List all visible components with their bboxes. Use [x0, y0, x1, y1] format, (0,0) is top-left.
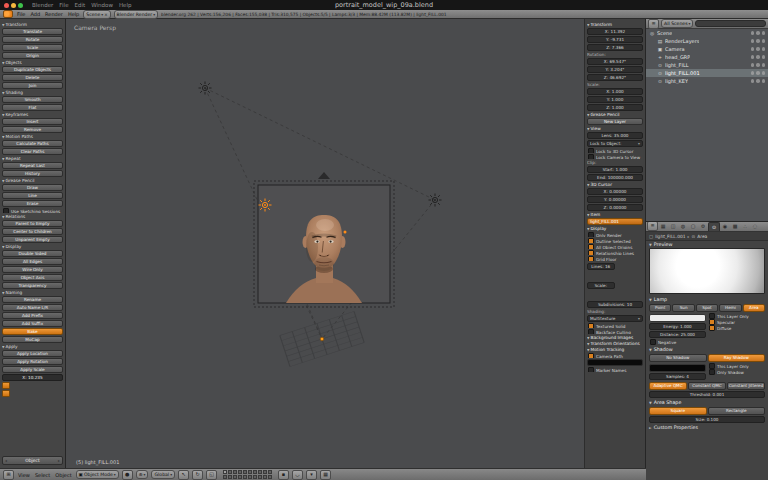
area-shape-button[interactable]: Square	[649, 407, 707, 415]
tool-shelf-item[interactable]: Scale	[2, 44, 63, 51]
tool-shelf-item[interactable]: Add Suffix	[2, 320, 63, 327]
tool-shelf-item[interactable]: Smooth	[2, 96, 63, 103]
arrow-left-icon[interactable]: ◂	[5, 458, 7, 463]
properties-tab[interactable]: ◫	[668, 222, 678, 230]
arrow-right-icon[interactable]: ▸	[58, 458, 60, 463]
tool-shelf-item[interactable]: Repeat Last	[2, 162, 63, 169]
visibility-eye-toggle[interactable]	[751, 63, 755, 67]
tool-shelf-item[interactable]: Apply	[2, 344, 63, 349]
tool-shelf-item[interactable]: Display	[2, 244, 63, 249]
visibility-eye-toggle[interactable]	[751, 79, 755, 83]
properties-tab[interactable]: ▦	[658, 222, 668, 230]
n-panel-item[interactable]: 3D Cursor	[587, 182, 643, 187]
info-menu-item[interactable]: Render	[44, 11, 64, 17]
shadow-threshold-field[interactable]: Threshold: 0.001	[649, 391, 765, 398]
tool-shelf-item[interactable]: Add Prefix	[2, 312, 63, 319]
lamp-type-button[interactable]: Sun	[672, 304, 694, 312]
n-panel-item[interactable]: Z: 46.692°	[587, 74, 643, 81]
outliner-editor-type-icon[interactable]: ≡	[648, 19, 659, 29]
tool-shelf-item[interactable]: All Edges	[2, 258, 63, 265]
layer-cell[interactable]	[263, 470, 267, 474]
outliner-row[interactable]: ◎ Scene	[646, 29, 768, 37]
lamp-energy-field[interactable]: Energy: 1.000	[649, 323, 706, 330]
n-panel-item[interactable]: Y: 1.000	[587, 96, 643, 103]
n-panel-item[interactable]: Subdivisions: 10	[587, 301, 643, 308]
info-menu-item[interactable]: Help	[67, 11, 80, 17]
n-panel-item[interactable]: Y: -9.731	[587, 36, 643, 43]
tool-shelf-item[interactable]: Grease Pencil	[2, 178, 63, 183]
layer-cell[interactable]	[238, 475, 242, 479]
n-panel-item[interactable]: Lock Camera to View	[587, 154, 643, 159]
shadow-sampling-button[interactable]: Constant QMC	[688, 382, 726, 390]
n-panel-item[interactable]: Relationship Lines	[587, 250, 643, 255]
lamp-color-swatch[interactable]	[649, 314, 706, 322]
n-panel-item[interactable]: Grid Floor	[587, 256, 643, 261]
properties-tab[interactable]: ◉	[720, 222, 730, 230]
tool-shelf-item[interactable]: Shading	[2, 90, 63, 95]
selectable-arrow-toggle[interactable]	[756, 63, 760, 67]
visibility-eye-toggle[interactable]	[751, 55, 755, 59]
renderable-camera-toggle[interactable]	[762, 79, 766, 83]
lamp-key-icon[interactable]	[429, 194, 442, 207]
tool-shelf-item[interactable]: Bake	[2, 328, 63, 335]
n-panel-item[interactable]: Z: 0.00000	[587, 204, 643, 211]
breadcrumb-data[interactable]: Area	[697, 234, 707, 239]
n-panel-item[interactable]: Display	[587, 226, 643, 231]
renderable-camera-toggle[interactable]	[762, 31, 766, 35]
viewport-menu-item[interactable]: Object	[54, 472, 72, 478]
outliner-row[interactable]: ⊙ light_KEY	[646, 77, 768, 85]
outliner-display-mode-selector[interactable]: All Scenes ▾	[661, 19, 693, 28]
renderable-camera-toggle[interactable]	[762, 71, 766, 75]
area-shape-button[interactable]: Rectangle	[708, 407, 766, 415]
tool-shelf-item[interactable]: Keyframes	[2, 112, 63, 117]
unlink-icon[interactable]: ×	[104, 12, 107, 17]
properties-tab[interactable]: ◌	[750, 222, 760, 230]
tool-shelf-item[interactable]: Use Sketching Sessions	[2, 208, 63, 213]
tool-shelf-item[interactable]: Double Sided	[2, 250, 63, 257]
shadow-sampling-button[interactable]: Adaptive QMC	[649, 382, 687, 390]
properties-tab[interactable]: ▢	[688, 222, 698, 230]
tool-shelf-item[interactable]	[2, 390, 10, 397]
visibility-eye-toggle[interactable]	[751, 31, 755, 35]
layer-cell[interactable]	[268, 475, 272, 479]
blender-logo-icon[interactable]	[3, 10, 13, 18]
panel-header-lamp[interactable]: ▼ Lamp	[646, 296, 768, 303]
layer-cell[interactable]	[228, 475, 232, 479]
tool-shelf-selector[interactable]: ◂ Object ▸	[2, 456, 63, 465]
n-panel-item[interactable]: Motion Tracking	[587, 347, 643, 352]
layer-cell[interactable]	[248, 475, 252, 479]
layer-cell[interactable]	[228, 470, 232, 474]
n-panel-item[interactable]: Lens: 35.000	[587, 132, 643, 139]
n-panel-item[interactable]: Y: 0.00000	[587, 196, 643, 203]
pivot-point-selector[interactable]: ⊕ ▾	[136, 470, 149, 479]
renderable-camera-toggle[interactable]	[762, 63, 766, 67]
n-panel-item[interactable]: Camera Path	[587, 353, 643, 358]
render-opengl-icon[interactable]: ▦	[320, 470, 331, 480]
properties-tab[interactable]: ◍	[678, 222, 688, 230]
tool-shelf-item[interactable]: Auto Name L/R	[2, 304, 63, 311]
tool-shelf-item[interactable]: Parent to Empty	[2, 220, 63, 227]
outliner-row[interactable]: ▣ Camera	[646, 45, 768, 53]
n-panel-item[interactable]: Start: 1.000	[587, 166, 643, 173]
visibility-eye-toggle[interactable]	[751, 47, 755, 51]
n-panel-item[interactable]: Z: 1.000	[587, 104, 643, 111]
n-panel-item[interactable]: Lock to 3D Cursor	[587, 148, 643, 153]
selectable-arrow-toggle[interactable]	[756, 55, 760, 59]
n-panel-item[interactable]: Lock to Object:	[587, 140, 643, 147]
selectable-arrow-toggle[interactable]	[756, 39, 760, 43]
n-panel-item[interactable]: X: 11.392	[587, 28, 643, 35]
tool-shelf-item[interactable]: Duplicate Objects	[2, 66, 63, 73]
viewport-3d[interactable]: Camera Persp (5) light_FILL.001 Transfor…	[66, 19, 646, 468]
layer-cell[interactable]	[263, 475, 267, 479]
n-panel-item[interactable]: Lines: 16	[587, 263, 615, 270]
panel-header-area-shape[interactable]: ▼ Area Shape	[646, 399, 768, 406]
properties-tab[interactable]: ⚙	[698, 222, 708, 230]
tool-shelf-item[interactable]: Clear Paths	[2, 148, 63, 155]
n-panel-item[interactable]: X: 0.00000	[587, 188, 643, 195]
tool-shelf-item[interactable]: Line	[2, 192, 63, 199]
manipulator-scale-icon[interactable]: ◱	[206, 470, 217, 480]
layer-cell[interactable]	[223, 475, 227, 479]
mode-selector[interactable]: ▣ Object Mode ▾	[76, 470, 119, 479]
layer-cell[interactable]	[243, 470, 247, 474]
tool-shelf-item[interactable]: Unparent Empty	[2, 236, 63, 243]
